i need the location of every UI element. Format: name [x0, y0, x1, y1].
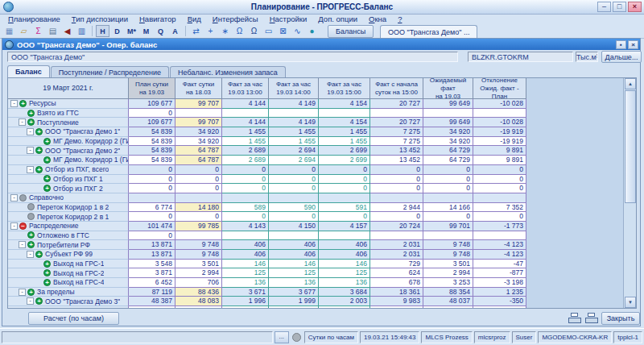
value-cell[interactable]: 1 999	[269, 297, 319, 306]
value-cell[interactable]: 146	[222, 260, 269, 269]
scroll-down-icon[interactable]: ▼	[625, 297, 636, 308]
value-cell[interactable]: 2 944	[370, 203, 423, 213]
document-tab[interactable]: ООО "Трансгаз Демо" ...	[380, 25, 477, 38]
value-cell[interactable]	[370, 193, 423, 203]
value-cell[interactable]: 109 677	[129, 99, 175, 109]
value-cell[interactable]: 406	[269, 240, 319, 250]
table-row[interactable]: -+ООО "Трансгаз Демо 2"54 83964 7872 689…	[8, 146, 527, 156]
table-row[interactable]: +Взято из ГТС0	[8, 109, 527, 118]
value-cell[interactable]: 4 144	[222, 99, 269, 109]
value-cell[interactable]: 99 649	[423, 99, 473, 109]
value-cell[interactable]: 2 699	[319, 146, 370, 156]
close-document-button[interactable]: Закрыть	[601, 312, 640, 325]
value-cell[interactable]: 9 983	[370, 297, 423, 306]
value-cell[interactable]: 20 727	[370, 118, 423, 127]
menu-item-8[interactable]: Окна	[363, 15, 392, 23]
value-cell[interactable]: 54 839	[129, 156, 175, 165]
value-cell[interactable]: 0	[473, 212, 526, 222]
minimize-button[interactable]: –	[597, 2, 611, 12]
value-cell[interactable]: 20 724	[370, 222, 423, 231]
open-folder-icon[interactable]: ▱	[17, 25, 31, 37]
value-cell[interactable]: 14 180	[175, 203, 222, 213]
value-cell[interactable]: 146	[269, 260, 319, 269]
expand-toggle[interactable]: -	[19, 118, 26, 126]
tab-1[interactable]: Баланс	[7, 65, 50, 77]
table-row[interactable]: -+Ресурсы109 67799 7074 1444 1494 15420 …	[8, 99, 527, 109]
scroll-up-icon[interactable]: ▲	[625, 78, 636, 89]
value-cell[interactable]: 101 474	[129, 222, 175, 231]
table-row[interactable]: -+Поступление109 67799 7074 1444 1494 15…	[8, 118, 527, 127]
value-cell[interactable]: 34 920	[423, 127, 473, 137]
value-cell[interactable]: 4 154	[319, 118, 370, 127]
value-cell[interactable]: 2 699	[319, 156, 370, 165]
value-cell[interactable]: 0	[370, 165, 423, 175]
expand-toggle[interactable]: -	[19, 241, 26, 248]
value-cell[interactable]: 64 787	[175, 146, 222, 156]
mode-quarter-button[interactable]: Q	[154, 25, 167, 37]
value-cell[interactable]: 54 839	[129, 127, 175, 137]
value-cell[interactable]: 9 748	[175, 250, 222, 260]
status-more-button[interactable]: ...	[275, 331, 289, 343]
close-button[interactable]: ×	[628, 2, 642, 12]
value-cell[interactable]: 34 920	[175, 127, 222, 137]
value-cell[interactable]: -19 919	[473, 137, 526, 147]
value-cell[interactable]	[370, 231, 423, 241]
value-cell[interactable]: 0	[222, 212, 269, 222]
value-cell[interactable]: 2 031	[370, 240, 423, 250]
table-row[interactable]: +Выход на ГРС-13 5483 5011461461467293 5…	[8, 260, 527, 269]
value-cell[interactable]: 589	[222, 203, 269, 213]
value-cell[interactable]	[269, 306, 319, 309]
value-cell[interactable]: -877	[473, 268, 526, 278]
value-cell[interactable]: 591	[319, 203, 370, 213]
value-cell[interactable]: 4 150	[269, 222, 319, 231]
value-cell[interactable]: -4 123	[473, 240, 526, 250]
bell-outline-icon[interactable]: Ω	[233, 25, 246, 37]
value-cell[interactable]: 1 455	[269, 137, 319, 147]
table-row[interactable]: -+ООО "Трансгаз Демо 3"48 38748 0831 996…	[8, 297, 527, 306]
value-cell[interactable]: -47	[473, 260, 526, 269]
value-cell[interactable]: 54 839	[129, 137, 175, 147]
value-cell[interactable]: 3 501	[175, 260, 222, 269]
value-cell[interactable]: 0	[175, 165, 222, 175]
table-row[interactable]: -−Распределение101 47499 7854 1434 1504 …	[8, 222, 527, 231]
value-cell[interactable]	[423, 306, 473, 309]
value-cell[interactable]: 20 727	[370, 99, 423, 109]
value-cell[interactable]: 1 455	[319, 137, 370, 147]
value-cell[interactable]	[423, 231, 473, 241]
value-cell[interactable]: 4 154	[319, 99, 370, 109]
table-row[interactable]: +Выход на ГРС-46 4527061361361366783 253…	[8, 278, 527, 288]
tab-3[interactable]: Небаланс. Изменения запаса	[170, 66, 286, 77]
value-cell[interactable]: 590	[269, 203, 319, 213]
mode-month-star-button[interactable]: M*	[125, 25, 138, 37]
value-cell[interactable]: 54 839	[129, 146, 175, 156]
value-cell[interactable]: 2 694	[269, 146, 319, 156]
sum-icon[interactable]: Σ	[31, 25, 45, 37]
value-cell[interactable]: 0	[129, 231, 175, 241]
value-cell[interactable]: 1 455	[269, 127, 319, 137]
value-cell[interactable]: 18 361	[370, 288, 423, 297]
value-cell[interactable]	[473, 193, 526, 203]
value-cell[interactable]: 136	[222, 278, 269, 288]
value-cell[interactable]: 13 452	[370, 146, 423, 156]
value-cell[interactable]: 0	[473, 175, 526, 185]
value-cell[interactable]	[222, 231, 269, 241]
table-row[interactable]: +Отбор из ПХГ 200000000	[8, 184, 527, 193]
balance-code-field[interactable]: BLZKR.GTOKRM	[468, 52, 573, 62]
value-cell[interactable]	[473, 109, 526, 118]
value-cell[interactable]: -10 028	[473, 118, 526, 127]
value-cell[interactable]: 9 748	[423, 250, 473, 260]
value-cell[interactable]: 13 452	[370, 156, 423, 165]
value-cell[interactable]: 0	[319, 212, 370, 222]
value-cell[interactable]: 0	[269, 165, 319, 175]
value-cell[interactable]: 0	[222, 175, 269, 185]
value-cell[interactable]: 146	[319, 260, 370, 269]
table-row[interactable]: +МГ Демо. Коридор 2 (ГИС 122)54 83934 92…	[8, 137, 527, 147]
value-cell[interactable]: 1 455	[222, 127, 269, 137]
value-cell[interactable]: 99 707	[175, 99, 222, 109]
menu-item-1[interactable]: Планирование	[2, 15, 66, 23]
value-cell[interactable]	[269, 109, 319, 118]
value-cell[interactable]: 3 548	[129, 260, 175, 269]
value-cell[interactable]	[319, 306, 370, 309]
expand-toggle[interactable]: -	[10, 222, 18, 230]
value-cell[interactable]: 0	[370, 212, 423, 222]
